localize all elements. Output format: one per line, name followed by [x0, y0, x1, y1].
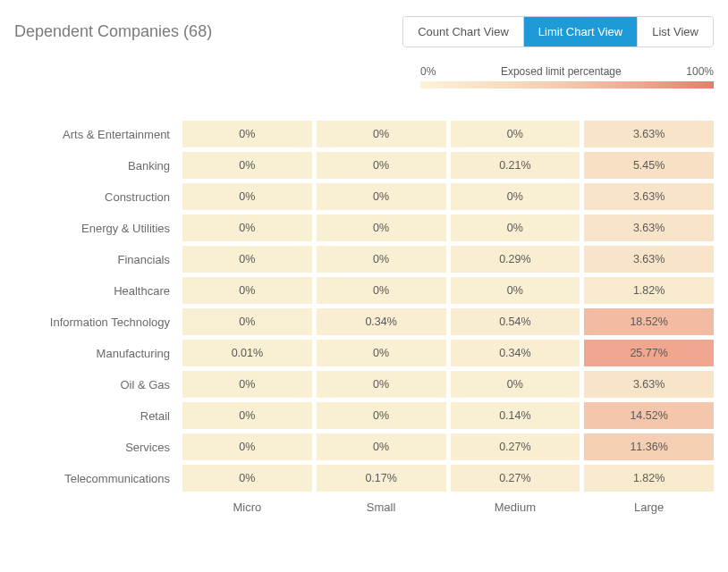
heatmap-cell[interactable]: 3.63% — [584, 183, 714, 210]
heatmap-row-label: Services — [14, 433, 182, 460]
heatmap-cell[interactable]: 11.36% — [584, 433, 714, 460]
heatmap-cell[interactable]: 14.52% — [584, 402, 714, 429]
heatmap-row-label: Energy & Utilities — [14, 214, 182, 241]
view-count-button[interactable]: Count Chart View — [403, 17, 523, 46]
heatmap-cell[interactable]: 0% — [451, 277, 580, 304]
heatmap-cell[interactable]: 0.27% — [451, 433, 580, 460]
heatmap-cell[interactable]: 0.27% — [451, 465, 580, 492]
view-limit-button[interactable]: Limit Chart View — [523, 17, 637, 46]
legend-max: 100% — [686, 65, 714, 78]
heatmap-row-label: Financials — [14, 246, 182, 273]
view-switch: Count Chart View Limit Chart View List V… — [402, 16, 714, 47]
legend-gradient-bar — [420, 81, 714, 88]
heatmap-cell[interactable]: 0% — [317, 183, 446, 210]
heatmap-cell[interactable]: 0% — [182, 308, 312, 335]
legend-title: Exposed limit percentage — [501, 65, 622, 78]
heatmap-cell[interactable]: 0.17% — [317, 465, 446, 492]
heatmap-cell[interactable]: 0% — [182, 246, 312, 273]
heatmap: Arts & Entertainment0%0%0%3.63%Banking0%… — [9, 121, 719, 517]
heatmap-row-label: Information Technology — [14, 308, 182, 335]
heatmap-cell[interactable]: 0% — [317, 152, 446, 179]
heatmap-cell[interactable]: 0.14% — [451, 402, 580, 429]
heatmap-cell[interactable]: 0% — [317, 402, 446, 429]
heatmap-row-label: Oil & Gas — [14, 371, 182, 398]
heatmap-col-label: Small — [317, 497, 446, 517]
heatmap-cell[interactable]: 0% — [182, 277, 312, 304]
heatmap-cell[interactable]: 0% — [317, 433, 446, 460]
heatmap-col-label: Medium — [451, 497, 580, 517]
heatmap-cell[interactable]: 0% — [317, 214, 446, 241]
heatmap-row-label: Retail — [14, 402, 182, 429]
heatmap-cell[interactable]: 0% — [182, 371, 312, 398]
heatmap-cell[interactable]: 0.34% — [451, 340, 580, 366]
heatmap-row-label: Arts & Entertainment — [14, 121, 182, 147]
heatmap-cell[interactable]: 0% — [451, 183, 580, 210]
heatmap-cell[interactable]: 0.54% — [451, 308, 580, 335]
heatmap-cell[interactable]: 0% — [317, 121, 446, 147]
heatmap-cell[interactable]: 5.45% — [584, 152, 714, 179]
heatmap-cell[interactable]: 0% — [317, 246, 446, 273]
heatmap-cell[interactable]: 0% — [451, 214, 580, 241]
heatmap-cell[interactable]: 0% — [182, 183, 312, 210]
heatmap-cell[interactable]: 0% — [182, 433, 312, 460]
heatmap-cell[interactable]: 0% — [182, 121, 312, 147]
heatmap-cell[interactable]: 3.63% — [584, 371, 714, 398]
heatmap-cell[interactable]: 0.21% — [451, 152, 580, 179]
heatmap-cell[interactable]: 3.63% — [584, 246, 714, 273]
heatmap-cell[interactable]: 0% — [317, 371, 446, 398]
heatmap-cell[interactable]: 1.82% — [584, 465, 714, 492]
legend-min: 0% — [420, 65, 436, 78]
heatmap-cell[interactable]: 0% — [182, 465, 312, 492]
heatmap-row-label: Telecommunications — [14, 465, 182, 492]
heatmap-cell[interactable]: 3.63% — [584, 121, 714, 147]
heatmap-row-label: Construction — [14, 183, 182, 210]
heatmap-row-label: Manufacturing — [14, 340, 182, 366]
heatmap-cell[interactable]: 0.01% — [182, 340, 312, 366]
heatmap-cell[interactable]: 0% — [317, 340, 446, 366]
heatmap-cell[interactable]: 18.52% — [584, 308, 714, 335]
heatmap-cell[interactable]: 0% — [451, 371, 580, 398]
color-legend: 0% Exposed limit percentage 100% — [420, 65, 714, 88]
heatmap-row-label: Healthcare — [14, 277, 182, 304]
view-list-button[interactable]: List View — [637, 17, 713, 46]
heatmap-row-label: Banking — [14, 152, 182, 179]
heatmap-cell[interactable]: 1.82% — [584, 277, 714, 304]
heatmap-col-label: Micro — [182, 497, 312, 517]
page-title: Dependent Companies (68) — [14, 22, 212, 41]
heatmap-cell[interactable]: 0.34% — [317, 308, 446, 335]
heatmap-cell[interactable]: 0% — [182, 152, 312, 179]
heatmap-cell[interactable]: 3.63% — [584, 214, 714, 241]
heatmap-cell[interactable]: 0% — [317, 277, 446, 304]
heatmap-col-label: Large — [584, 497, 714, 517]
heatmap-cell[interactable]: 0.29% — [451, 246, 580, 273]
heatmap-cell[interactable]: 0% — [451, 121, 580, 147]
heatmap-cell[interactable]: 25.77% — [584, 340, 714, 366]
heatmap-cell[interactable]: 0% — [182, 214, 312, 241]
heatmap-cell[interactable]: 0% — [182, 402, 312, 429]
